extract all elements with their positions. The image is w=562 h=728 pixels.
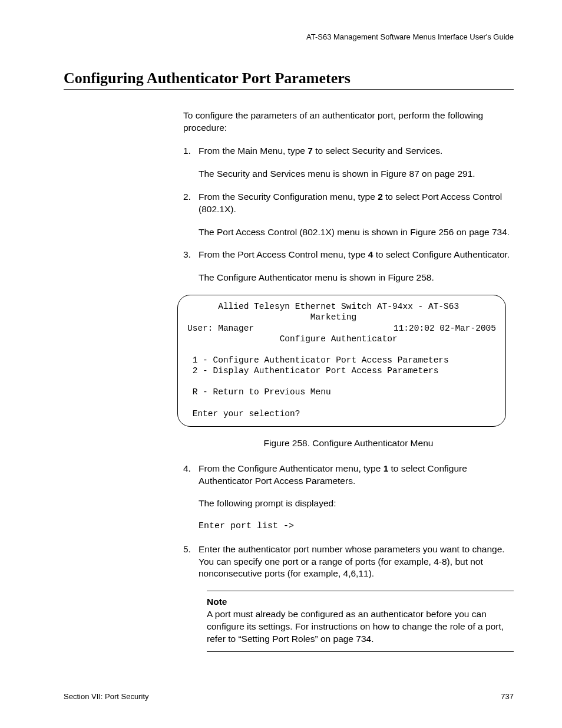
- page-footer: Section VII: Port Security 737: [64, 692, 514, 701]
- terminal-blank: [187, 397, 496, 408]
- step-body: From the Configure Authenticator menu, t…: [199, 463, 514, 487]
- step-number: 5.: [183, 543, 199, 581]
- terminal-blank: [187, 376, 496, 387]
- text: From the Main Menu, type: [199, 146, 308, 156]
- terminal-option: 2 - Display Authenticator Port Access Pa…: [187, 365, 496, 376]
- section-title: Configuring Authenticator Port Parameter…: [64, 70, 514, 90]
- step-3: 3. From the Port Access Control menu, ty…: [183, 249, 514, 261]
- intro-paragraph: To configure the parameters of an authen…: [183, 110, 514, 134]
- step-body: From the Main Menu, type 7 to select Sec…: [199, 145, 514, 157]
- step-body: From the Security Configuration menu, ty…: [199, 191, 514, 216]
- note-text: A port must already be configured as an …: [207, 608, 514, 645]
- step-body: Enter the authenticator port number whos…: [199, 543, 514, 581]
- text: to select Security and Services.: [313, 146, 443, 156]
- step-number: 4.: [183, 463, 199, 487]
- terminal-option: 1 - Configure Authenticator Port Access …: [187, 355, 496, 365]
- step-body: From the Port Access Control menu, type …: [199, 249, 514, 261]
- note-box: Note A port must already be configured a…: [207, 591, 514, 652]
- bold-key: 7: [308, 146, 313, 156]
- body-column: To configure the parameters of an authen…: [183, 110, 514, 652]
- step-number: 1.: [183, 145, 199, 157]
- terminal-option: R - Return to Previous Menu: [187, 387, 496, 397]
- note-label: Note: [207, 596, 514, 608]
- footer-section: Section VII: Port Security: [64, 692, 149, 701]
- step-4: 4. From the Configure Authenticator menu…: [183, 463, 514, 487]
- bold-key: 1: [384, 463, 389, 473]
- step-2-follow: The Port Access Control (802.1X) menu is…: [199, 226, 514, 239]
- step-number: 2.: [183, 191, 199, 216]
- terminal-timestamp: 11:20:02 02-Mar-2005: [394, 323, 496, 334]
- terminal-line: Allied Telesyn Ethernet Switch AT-94xx -…: [187, 301, 496, 312]
- step-number: 3.: [183, 249, 199, 261]
- text: to select Configure Authenticator.: [373, 249, 510, 259]
- step-3-follow: The Configure Authenticator menu is show…: [199, 272, 514, 284]
- step-2: 2. From the Security Configuration menu,…: [183, 191, 514, 216]
- text: From the Configure Authenticator menu, t…: [199, 463, 384, 473]
- terminal-user: User: Manager: [187, 323, 254, 334]
- bold-key: 2: [378, 192, 383, 202]
- terminal-line: Configure Authenticator: [187, 334, 496, 344]
- terminal-box: Allied Telesyn Ethernet Switch AT-94xx -…: [177, 295, 506, 426]
- step-4-prompt: Enter port list ->: [199, 521, 514, 532]
- text: From the Port Access Control menu, type: [199, 249, 368, 259]
- terminal-prompt: Enter your selection?: [187, 409, 496, 419]
- terminal-line: User: Manager 11:20:02 02-Mar-2005: [187, 323, 496, 334]
- step-5: 5. Enter the authenticator port number w…: [183, 543, 514, 581]
- footer-page-number: 737: [501, 692, 514, 701]
- step-1: 1. From the Main Menu, type 7 to select …: [183, 145, 514, 157]
- page: AT-S63 Management Software Menus Interfa…: [0, 0, 562, 728]
- running-header: AT-S63 Management Software Menus Interfa…: [64, 32, 514, 41]
- step-1-follow: The Security and Services menu is shown …: [199, 168, 514, 180]
- text: From the Security Configuration menu, ty…: [199, 192, 378, 202]
- step-4-follow: The following prompt is displayed:: [199, 498, 514, 510]
- terminal-figure: Allied Telesyn Ethernet Switch AT-94xx -…: [177, 295, 514, 426]
- terminal-line: Marketing: [187, 312, 496, 322]
- terminal-blank: [187, 344, 496, 355]
- figure-caption: Figure 258. Configure Authenticator Menu: [183, 437, 514, 450]
